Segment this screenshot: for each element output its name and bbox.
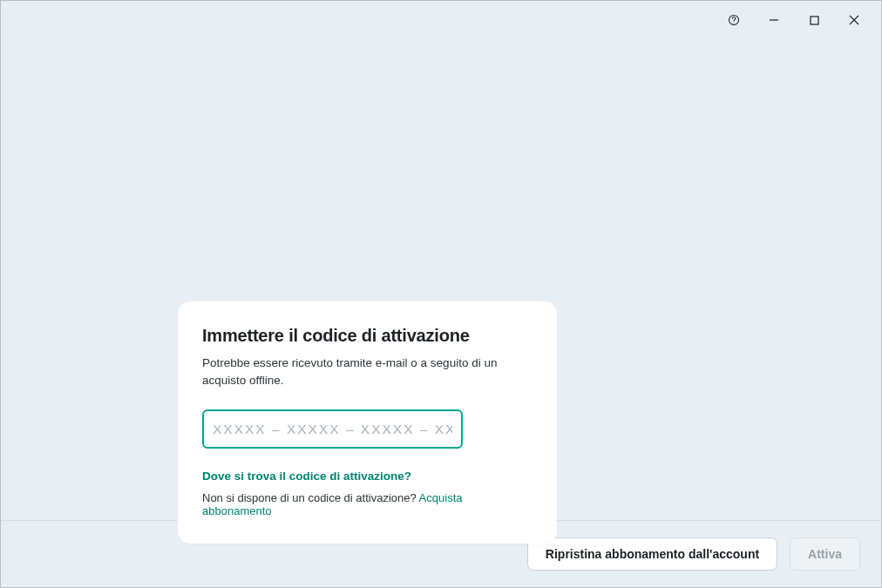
- close-icon: [849, 15, 859, 25]
- card-title: Immettere il codice di attivazione: [202, 326, 533, 346]
- purchase-row: Non si dispone di un codice di attivazio…: [202, 491, 533, 517]
- titlebar: [1, 1, 881, 39]
- restore-subscription-button[interactable]: Ripristina abbonamento dall'account: [527, 537, 777, 571]
- where-is-code-link[interactable]: Dove si trova il codice di attivazione?: [202, 470, 533, 483]
- maximize-button[interactable]: [794, 1, 834, 39]
- content-area: Immettere il codice di attivazione Potre…: [1, 39, 881, 520]
- help-button[interactable]: [714, 1, 754, 39]
- card-subtitle: Potrebbe essere ricevuto tramite e-mail …: [202, 355, 533, 389]
- purchase-prompt: Non si dispone di un codice di attivazio…: [202, 491, 419, 504]
- svg-point-1: [734, 22, 735, 23]
- maximize-icon: [810, 16, 819, 25]
- activate-button[interactable]: Attiva: [790, 537, 860, 571]
- svg-rect-3: [811, 17, 818, 24]
- activation-code-input[interactable]: [202, 409, 463, 449]
- minimize-icon: [769, 15, 779, 25]
- activation-window: Immettere il codice di attivazione Potre…: [0, 0, 882, 588]
- minimize-button[interactable]: [754, 1, 794, 39]
- help-icon: [728, 14, 740, 26]
- activation-card: Immettere il codice di attivazione Potre…: [178, 301, 557, 544]
- close-button[interactable]: [834, 1, 874, 39]
